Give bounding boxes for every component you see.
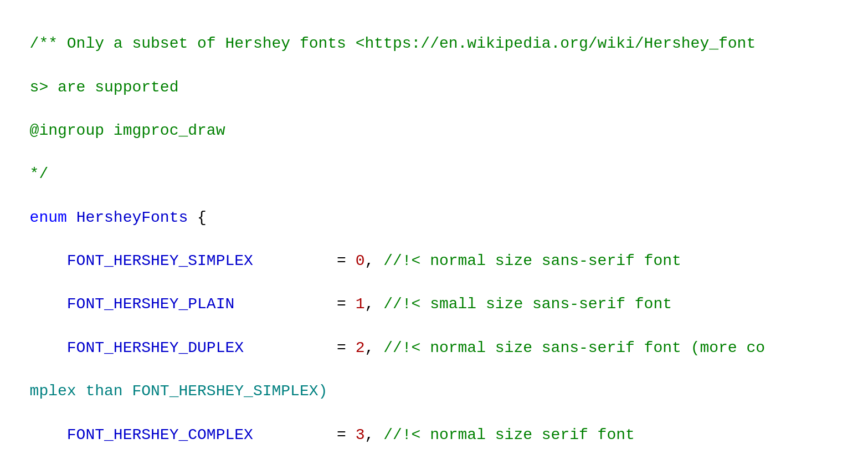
font-plain-name: FONT_HERSHEY_PLAIN <box>30 295 235 313</box>
comment-line-2: s> are supported <box>30 79 179 96</box>
font-simplex-comment: //!< normal size sans-serif font <box>383 252 681 269</box>
font-duplex-name: FONT_HERSHEY_DUPLEX <box>30 339 244 356</box>
font-simplex-val: 0 <box>356 252 365 269</box>
font-complex-name: FONT_HERSHEY_COMPLEX <box>30 426 253 443</box>
font-complex-val: 3 <box>356 426 365 443</box>
enum-keyword: enum <box>30 209 67 226</box>
code-viewer: /** Only a subset of Hershey fonts <http… <box>0 6 868 469</box>
font-duplex-val: 2 <box>356 339 365 356</box>
font-simplex-name: FONT_HERSHEY_SIMPLEX <box>30 252 253 269</box>
comment-line-3: @ingroup imgproc_draw <box>30 122 225 139</box>
enum-name: HersheyFonts <box>76 209 188 226</box>
font-complex-comment: //!< normal size serif font <box>383 426 635 443</box>
enum-open: { <box>188 209 207 226</box>
comment-line-4: */ <box>30 165 49 182</box>
font-plain-comment: //!< small size sans-serif font <box>383 295 672 313</box>
comment-line-1: /** Only a subset of Hershey fonts <http… <box>30 35 756 52</box>
font-duplex-comment: //!< normal size sans-serif font (more c… <box>383 339 765 356</box>
font-duplex-cont: mplex than FONT_HERSHEY_SIMPLEX) <box>30 383 328 400</box>
font-plain-val: 1 <box>356 295 365 313</box>
